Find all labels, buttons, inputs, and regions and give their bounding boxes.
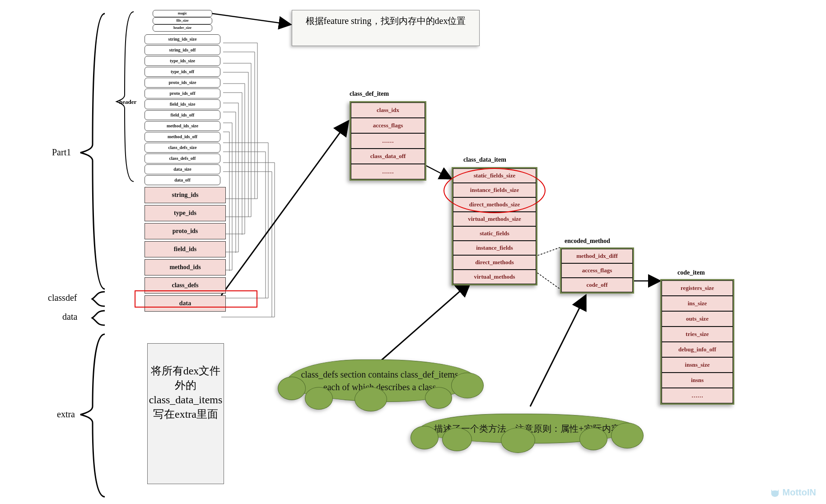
header-field: type_ids_off: [145, 67, 220, 77]
header-field: string_ids_size: [145, 34, 220, 44]
table-row: virtual_methods_size: [453, 212, 536, 226]
table-code-item: registers_sizeins_sizeouts_sizetries_siz…: [660, 279, 734, 405]
header-field: method_ids_size: [145, 121, 220, 131]
table-row: insns: [662, 373, 733, 388]
header-field: type_ids_size: [145, 56, 220, 66]
table-row: access_flags: [351, 118, 425, 133]
extra-box-text: 将所有dex文件外的class_data_items写在extra里面: [149, 365, 223, 420]
table-row: method_idx_diff: [561, 249, 633, 263]
table-row: ……: [351, 133, 425, 149]
extra-box: 将所有dex文件外的class_data_items写在extra里面: [147, 343, 224, 484]
callout-feature-string: 根据feature string，找到内存中的dex位置: [292, 10, 480, 46]
table-row: insns_size: [662, 357, 733, 373]
table-row: direct_methods: [453, 255, 536, 270]
class-def-item-title: class_def_item: [350, 90, 389, 98]
dex-section-row: type_ids: [145, 205, 226, 221]
table-encoded-method: method_idx_diffaccess_flagscode_off: [560, 247, 634, 294]
header-field: proto_ids_size: [145, 78, 220, 88]
table-class-def-item: class_idxaccess_flags……class_data_off……: [350, 101, 426, 181]
header-field: class_defs_off: [145, 154, 220, 163]
header-field: file_size: [153, 17, 212, 24]
watermark: MottoIN: [770, 487, 816, 498]
dex-section-row: method_ids: [145, 259, 226, 275]
code-item-title: code_item: [677, 269, 705, 276]
table-row: access_flags: [561, 263, 633, 278]
table-row: class_idx: [351, 103, 425, 118]
header-field: header_size: [153, 24, 212, 32]
label-part1: Part1: [52, 147, 71, 158]
highlight-class-defs: [135, 290, 257, 308]
dex-section-row: proto_ids: [145, 223, 226, 239]
header-field: data_size: [145, 164, 220, 174]
table-row: ins_size: [662, 296, 733, 311]
table-row: outs_size: [662, 311, 733, 327]
header-field: string_ids_off: [145, 45, 220, 55]
header-field: class_defs_size: [145, 143, 220, 153]
table-row: ……: [351, 164, 425, 179]
table-row: tries_size: [662, 327, 733, 342]
label-header: header: [119, 98, 136, 106]
cloud-class-defs-desc: class_defs section contains class_def_it…: [286, 359, 475, 402]
table-row: class_data_off: [351, 149, 425, 164]
connectors-layer: [0, 0, 826, 504]
header-field: method_ids_off: [145, 132, 220, 142]
table-row: instance_fields: [453, 241, 536, 255]
table-row: registers_size: [662, 280, 733, 296]
header-field: field_ids_size: [145, 99, 220, 109]
highlight-sizes-ellipse: [443, 168, 546, 213]
header-field: proto_ids_off: [145, 89, 220, 98]
header-field: field_ids_off: [145, 110, 220, 120]
encoded-method-title: encoded_method: [565, 238, 610, 245]
cloud-method-desc: 描述了一个类方法，注意原则：属性+实际内容: [419, 414, 635, 443]
class-data-item-title: class_data_item: [463, 156, 506, 163]
cat-icon: [770, 488, 780, 498]
dex-section-row: string_ids: [145, 187, 226, 203]
header-field: data_off: [145, 175, 220, 185]
header-column: magicfile_sizeheader_sizestring_ids_size…: [145, 10, 226, 312]
label-extra: extra: [57, 409, 75, 420]
table-row: code_off: [561, 278, 633, 292]
dex-section-row: field_ids: [145, 241, 226, 257]
table-row: virtual_methods: [453, 270, 536, 284]
label-data: data: [62, 312, 77, 322]
table-row: debug_info_off: [662, 342, 733, 357]
table-row: static_fields: [453, 226, 536, 241]
label-classdef: classdef: [48, 293, 77, 303]
header-field: magic: [153, 10, 212, 17]
table-row: ……: [662, 388, 733, 403]
